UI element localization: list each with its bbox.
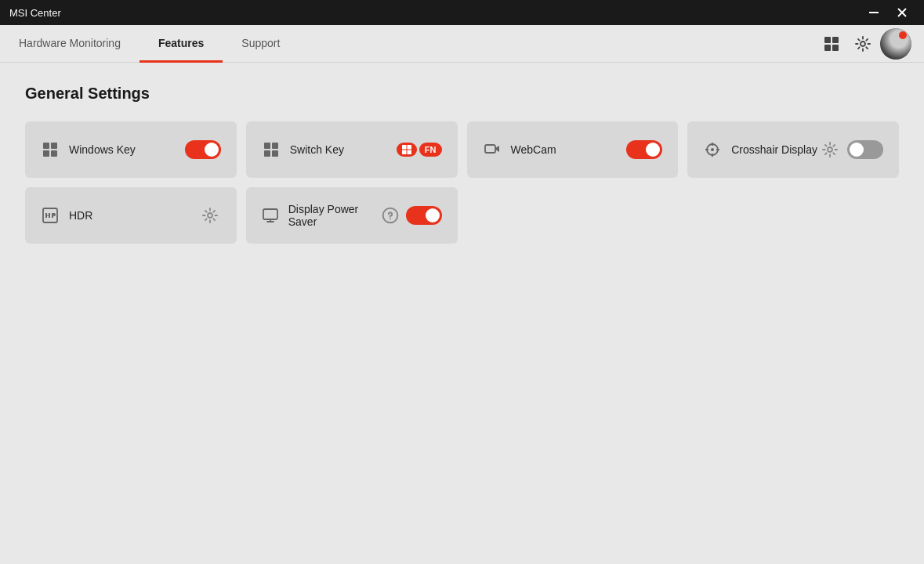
svg-rect-8 (43, 143, 49, 149)
card-left: Windows Key (41, 140, 136, 159)
svg-rect-15 (272, 150, 278, 157)
webcam-toggle[interactable] (626, 140, 662, 159)
svg-rect-16 (402, 145, 407, 150)
title-bar-controls (861, 5, 915, 20)
svg-point-7 (861, 42, 865, 46)
grid-view-button[interactable] (817, 30, 846, 58)
tab-bar: Hardware Monitoring Features Support (0, 25, 924, 63)
svg-point-27 (828, 147, 832, 152)
svg-rect-20 (485, 145, 495, 153)
tab-bar-actions (817, 25, 924, 62)
crosshair-icon (703, 140, 722, 159)
app-title: MSI Center (9, 7, 61, 19)
settings-button[interactable] (849, 30, 877, 58)
bottom-cards-grid: HDR (25, 187, 899, 244)
card-right (185, 140, 221, 159)
card-display-power-saver: Display Power Saver (246, 187, 458, 244)
display-power-saver-label: Display Power Saver (288, 203, 381, 228)
switch-key-label: Switch Key (290, 143, 344, 156)
switch-key-icon (262, 140, 281, 159)
svg-rect-14 (264, 150, 270, 157)
title-bar-left: MSI Center (9, 7, 61, 19)
svg-point-29 (208, 213, 212, 218)
svg-rect-6 (832, 45, 839, 51)
crosshair-display-label: Crosshair Display (731, 143, 817, 156)
title-bar: MSI Center (0, 0, 924, 25)
card-right (819, 139, 883, 161)
svg-rect-18 (402, 150, 407, 155)
svg-rect-10 (43, 150, 49, 157)
hdr-label: HDR (69, 209, 92, 222)
svg-point-32 (390, 219, 391, 220)
card-hdr: HDR (25, 187, 237, 244)
card-right (381, 206, 442, 225)
badge-win (397, 143, 417, 157)
display-power-saver-icon (262, 206, 279, 225)
card-switch-key: Switch Key FN (246, 121, 458, 178)
svg-rect-3 (824, 37, 831, 43)
card-right (626, 140, 662, 159)
hdr-settings-button[interactable] (199, 204, 221, 226)
tab-bar-tabs: Hardware Monitoring Features Support (0, 25, 817, 62)
card-webcam: WebCam (467, 121, 679, 178)
display-power-saver-help-button[interactable] (381, 206, 400, 225)
close-button[interactable] (890, 5, 915, 20)
svg-rect-11 (51, 150, 57, 157)
card-left: HDR (41, 206, 92, 225)
minimize-button[interactable] (861, 5, 886, 20)
webcam-label: WebCam (511, 143, 556, 156)
tab-support[interactable]: Support (223, 25, 299, 63)
svg-rect-17 (407, 145, 411, 150)
crosshair-settings-button[interactable] (819, 139, 841, 161)
section-title: General Settings (25, 85, 899, 103)
switch-key-badges: FN (397, 143, 442, 157)
badge-fn: FN (419, 143, 442, 157)
svg-rect-13 (272, 143, 278, 149)
avatar (880, 28, 911, 60)
card-right: FN (397, 143, 442, 157)
windows-key-toggle[interactable] (185, 140, 221, 159)
svg-rect-19 (407, 150, 411, 155)
hdr-icon (41, 206, 60, 225)
avatar-button[interactable] (880, 28, 911, 60)
crosshair-display-toggle[interactable] (847, 140, 883, 159)
app-window: MSI Center Hardware Monitoring Features (0, 0, 924, 564)
card-left: Display Power Saver (262, 203, 381, 228)
windows-key-label: Windows Key (69, 143, 136, 156)
card-left: WebCam (483, 140, 556, 159)
webcam-icon (483, 140, 502, 159)
card-right (199, 204, 221, 226)
tab-hardware-monitoring[interactable]: Hardware Monitoring (0, 25, 140, 63)
card-left: Switch Key (262, 140, 344, 159)
svg-rect-30 (263, 209, 277, 219)
card-crosshair-display: Crosshair Display (687, 121, 899, 178)
display-power-saver-toggle[interactable] (406, 206, 442, 225)
svg-rect-4 (832, 37, 839, 43)
main-content: General Settings Windows Key (0, 63, 924, 564)
windows-key-icon (41, 140, 60, 159)
card-windows-key: Windows Key (25, 121, 237, 178)
svg-rect-5 (824, 45, 831, 51)
card-left: Crosshair Display (703, 140, 817, 159)
svg-rect-0 (869, 12, 879, 13)
svg-rect-12 (264, 143, 270, 149)
svg-point-22 (711, 148, 714, 151)
svg-rect-9 (51, 143, 57, 149)
top-cards-grid: Windows Key (25, 121, 899, 178)
tab-features[interactable]: Features (140, 25, 223, 63)
